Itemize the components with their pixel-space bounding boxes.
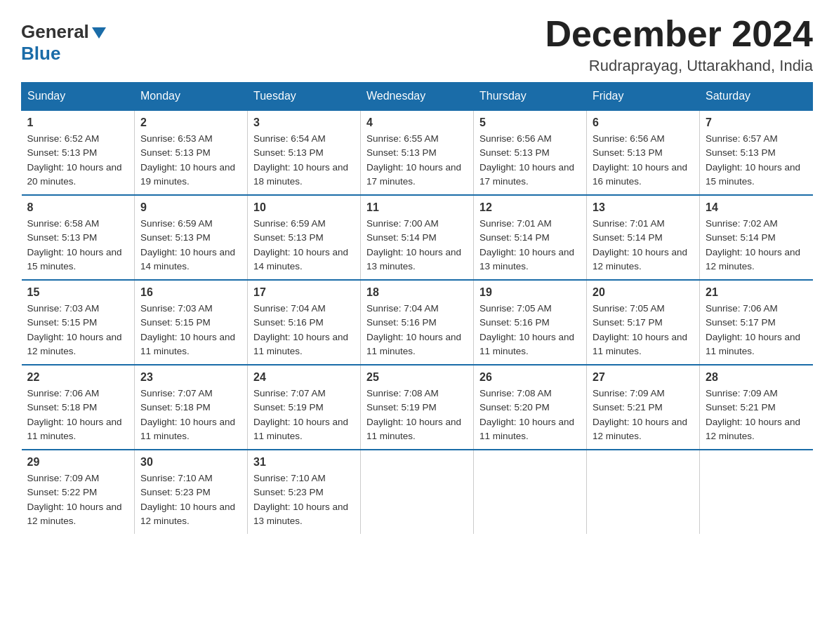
- calendar-cell: 18 Sunrise: 7:04 AMSunset: 5:16 PMDaylig…: [361, 280, 474, 365]
- calendar-cell: 29 Sunrise: 7:09 AMSunset: 5:22 PMDaylig…: [22, 450, 135, 534]
- calendar-cell: 26 Sunrise: 7:08 AMSunset: 5:20 PMDaylig…: [474, 365, 587, 450]
- calendar-cell: 2 Sunrise: 6:53 AMSunset: 5:13 PMDayligh…: [135, 110, 248, 195]
- calendar-cell: 15 Sunrise: 7:03 AMSunset: 5:15 PMDaylig…: [22, 280, 135, 365]
- calendar-cell: 24 Sunrise: 7:07 AMSunset: 5:19 PMDaylig…: [248, 365, 361, 450]
- header-monday: Monday: [135, 83, 248, 111]
- header-tuesday: Tuesday: [248, 83, 361, 111]
- day-info: Sunrise: 7:09 AMSunset: 5:22 PMDaylight:…: [27, 473, 122, 526]
- day-number: 24: [253, 371, 355, 384]
- day-info: Sunrise: 6:59 AMSunset: 5:13 PMDaylight:…: [140, 218, 235, 271]
- day-info: Sunrise: 7:01 AMSunset: 5:14 PMDaylight:…: [593, 218, 687, 271]
- day-info: Sunrise: 7:00 AMSunset: 5:14 PMDaylight:…: [366, 218, 461, 271]
- calendar-cell: 10 Sunrise: 6:59 AMSunset: 5:13 PMDaylig…: [248, 195, 361, 280]
- calendar-week-row: 1 Sunrise: 6:52 AMSunset: 5:13 PMDayligh…: [22, 110, 813, 195]
- day-number: 12: [479, 201, 581, 214]
- title-area: December 2024 Rudraprayag, Uttarakhand, …: [545, 14, 813, 75]
- logo-general-text: General: [21, 21, 89, 43]
- calendar-cell: 19 Sunrise: 7:05 AMSunset: 5:16 PMDaylig…: [474, 280, 587, 365]
- calendar-cell: 28 Sunrise: 7:09 AMSunset: 5:21 PMDaylig…: [700, 365, 813, 450]
- day-number: 14: [706, 201, 807, 214]
- header-saturday: Saturday: [700, 83, 813, 111]
- calendar-cell: 8 Sunrise: 6:58 AMSunset: 5:13 PMDayligh…: [22, 195, 135, 280]
- calendar-week-row: 22 Sunrise: 7:06 AMSunset: 5:18 PMDaylig…: [22, 365, 813, 450]
- calendar-cell: 22 Sunrise: 7:06 AMSunset: 5:18 PMDaylig…: [22, 365, 135, 450]
- calendar-cell: 13 Sunrise: 7:01 AMSunset: 5:14 PMDaylig…: [587, 195, 700, 280]
- day-info: Sunrise: 7:03 AMSunset: 5:15 PMDaylight:…: [140, 303, 235, 356]
- calendar-cell: 14 Sunrise: 7:02 AMSunset: 5:14 PMDaylig…: [700, 195, 813, 280]
- header-friday: Friday: [587, 83, 700, 111]
- calendar-cell: [474, 450, 587, 534]
- day-number: 31: [253, 456, 355, 469]
- day-number: 23: [140, 371, 241, 384]
- day-info: Sunrise: 6:58 AMSunset: 5:13 PMDaylight:…: [27, 218, 122, 271]
- day-info: Sunrise: 7:06 AMSunset: 5:17 PMDaylight:…: [706, 303, 800, 356]
- day-number: 10: [253, 201, 355, 214]
- calendar-cell: 30 Sunrise: 7:10 AMSunset: 5:23 PMDaylig…: [135, 450, 248, 534]
- day-number: 27: [593, 371, 694, 384]
- day-info: Sunrise: 7:07 AMSunset: 5:18 PMDaylight:…: [140, 388, 235, 441]
- header-wednesday: Wednesday: [361, 83, 474, 111]
- calendar-cell: 1 Sunrise: 6:52 AMSunset: 5:13 PMDayligh…: [22, 110, 135, 195]
- day-info: Sunrise: 7:03 AMSunset: 5:15 PMDaylight:…: [27, 303, 122, 356]
- calendar-cell: 6 Sunrise: 6:56 AMSunset: 5:13 PMDayligh…: [587, 110, 700, 195]
- calendar-cell: 20 Sunrise: 7:05 AMSunset: 5:17 PMDaylig…: [587, 280, 700, 365]
- month-title: December 2024: [545, 14, 813, 54]
- logo-triangle-icon: [92, 27, 106, 39]
- calendar-cell: 27 Sunrise: 7:09 AMSunset: 5:21 PMDaylig…: [587, 365, 700, 450]
- header-thursday: Thursday: [474, 83, 587, 111]
- day-number: 16: [140, 286, 241, 299]
- location: Rudraprayag, Uttarakhand, India: [545, 57, 813, 75]
- day-number: 7: [706, 116, 807, 129]
- calendar-cell: 11 Sunrise: 7:00 AMSunset: 5:14 PMDaylig…: [361, 195, 474, 280]
- day-number: 15: [27, 286, 129, 299]
- day-info: Sunrise: 6:52 AMSunset: 5:13 PMDaylight:…: [27, 133, 122, 187]
- day-number: 5: [479, 116, 581, 129]
- day-info: Sunrise: 6:57 AMSunset: 5:13 PMDaylight:…: [706, 133, 800, 187]
- calendar-week-row: 29 Sunrise: 7:09 AMSunset: 5:22 PMDaylig…: [22, 450, 813, 534]
- day-number: 29: [27, 456, 129, 469]
- day-number: 13: [593, 201, 694, 214]
- day-number: 19: [479, 286, 581, 299]
- day-number: 3: [253, 116, 355, 129]
- calendar-cell: 3 Sunrise: 6:54 AMSunset: 5:13 PMDayligh…: [248, 110, 361, 195]
- calendar-cell: 12 Sunrise: 7:01 AMSunset: 5:14 PMDaylig…: [474, 195, 587, 280]
- day-info: Sunrise: 7:09 AMSunset: 5:21 PMDaylight:…: [593, 388, 687, 441]
- calendar-cell: 9 Sunrise: 6:59 AMSunset: 5:13 PMDayligh…: [135, 195, 248, 280]
- calendar-cell: 21 Sunrise: 7:06 AMSunset: 5:17 PMDaylig…: [700, 280, 813, 365]
- day-info: Sunrise: 7:01 AMSunset: 5:14 PMDaylight:…: [479, 218, 574, 271]
- calendar-cell: 25 Sunrise: 7:08 AMSunset: 5:19 PMDaylig…: [361, 365, 474, 450]
- day-number: 6: [593, 116, 694, 129]
- day-info: Sunrise: 7:06 AMSunset: 5:18 PMDaylight:…: [27, 388, 122, 441]
- day-info: Sunrise: 7:10 AMSunset: 5:23 PMDaylight:…: [140, 473, 235, 526]
- day-number: 9: [140, 201, 241, 214]
- day-info: Sunrise: 7:05 AMSunset: 5:17 PMDaylight:…: [593, 303, 687, 356]
- page-header: General Blue December 2024 Rudraprayag, …: [21, 14, 813, 75]
- calendar-cell: [700, 450, 813, 534]
- day-info: Sunrise: 7:08 AMSunset: 5:19 PMDaylight:…: [366, 388, 461, 441]
- day-number: 4: [366, 116, 468, 129]
- day-info: Sunrise: 7:04 AMSunset: 5:16 PMDaylight:…: [253, 303, 348, 356]
- header-sunday: Sunday: [22, 83, 135, 111]
- day-number: 1: [27, 116, 129, 129]
- day-info: Sunrise: 7:07 AMSunset: 5:19 PMDaylight:…: [253, 388, 348, 441]
- calendar-cell: 5 Sunrise: 6:56 AMSunset: 5:13 PMDayligh…: [474, 110, 587, 195]
- day-number: 26: [479, 371, 581, 384]
- day-info: Sunrise: 7:02 AMSunset: 5:14 PMDaylight:…: [706, 218, 800, 271]
- calendar-cell: [587, 450, 700, 534]
- day-number: 2: [140, 116, 241, 129]
- day-number: 18: [366, 286, 468, 299]
- day-info: Sunrise: 6:54 AMSunset: 5:13 PMDaylight:…: [253, 133, 348, 187]
- day-info: Sunrise: 7:10 AMSunset: 5:23 PMDaylight:…: [253, 473, 348, 526]
- day-info: Sunrise: 7:08 AMSunset: 5:20 PMDaylight:…: [479, 388, 574, 441]
- day-number: 25: [366, 371, 468, 384]
- logo: General Blue: [21, 21, 106, 65]
- day-number: 11: [366, 201, 468, 214]
- calendar-week-row: 15 Sunrise: 7:03 AMSunset: 5:15 PMDaylig…: [22, 280, 813, 365]
- day-number: 17: [253, 286, 355, 299]
- day-number: 28: [706, 371, 807, 384]
- day-info: Sunrise: 6:55 AMSunset: 5:13 PMDaylight:…: [366, 133, 461, 187]
- calendar-table: SundayMondayTuesdayWednesdayThursdayFrid…: [21, 82, 813, 534]
- calendar-cell: 7 Sunrise: 6:57 AMSunset: 5:13 PMDayligh…: [700, 110, 813, 195]
- calendar-cell: 23 Sunrise: 7:07 AMSunset: 5:18 PMDaylig…: [135, 365, 248, 450]
- day-info: Sunrise: 7:04 AMSunset: 5:16 PMDaylight:…: [366, 303, 461, 356]
